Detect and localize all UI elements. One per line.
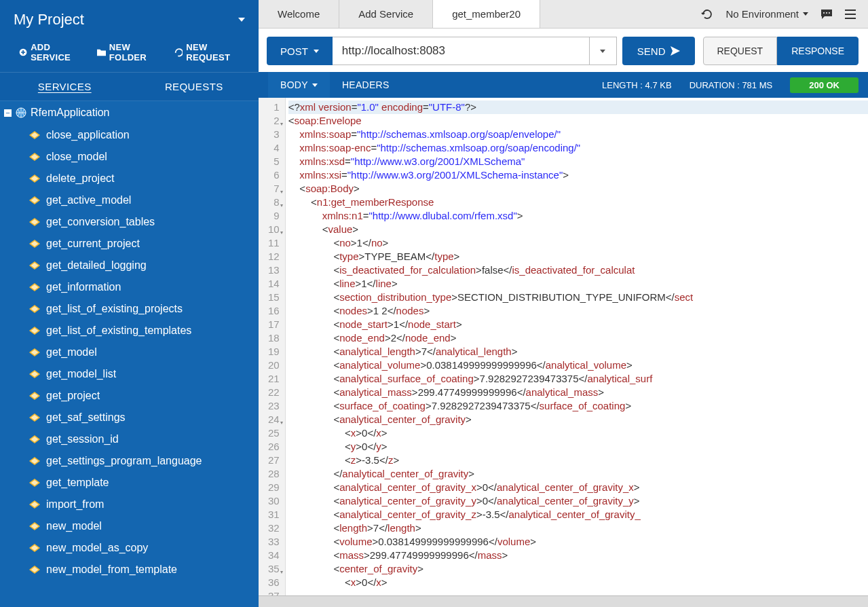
body-tab-label: BODY (280, 79, 308, 90)
operation-icon (29, 218, 40, 226)
new-request-label: NEW REQUEST (186, 42, 245, 62)
tree-item[interactable]: get_current_project (0, 233, 259, 255)
url-history-dropdown[interactable] (590, 37, 617, 65)
operation-icon (29, 240, 40, 248)
method-label: POST (280, 45, 308, 57)
operation-icon (29, 370, 40, 378)
operation-icon (29, 305, 40, 313)
sidebar-nav-tabs: SERVICES REQUESTS (0, 72, 259, 100)
menu-button[interactable] (845, 10, 856, 19)
operation-icon (29, 479, 40, 487)
tree-root-label: RfemApplication (31, 107, 110, 119)
tree-item[interactable]: close_application (0, 124, 259, 146)
operation-icon (29, 261, 40, 270)
request-icon (174, 48, 183, 57)
tree-item[interactable]: get_detailed_logging (0, 255, 259, 276)
tree-item-label: get_information (46, 281, 121, 293)
tree-item[interactable]: get_list_of_existing_templates (0, 320, 259, 342)
tree-item[interactable]: get_project (0, 385, 259, 407)
main-panel: WelcomeAdd Serviceget_member20 No Enviro… (259, 0, 868, 607)
sidebar-header: My Project (0, 0, 259, 35)
url-input[interactable] (333, 37, 590, 65)
send-label: SEND (637, 45, 666, 57)
main-tab[interactable]: Welcome (259, 0, 339, 28)
hamburger-icon (845, 10, 856, 19)
code-content[interactable]: <?xml version="1.0" encoding="UTF-8"?><s… (286, 98, 868, 595)
tree-item-label: get_current_project (46, 238, 140, 250)
status-badge: 200 OK (790, 77, 858, 93)
new-folder-button[interactable]: NEW FOLDER (97, 42, 162, 62)
operation-icon (29, 522, 40, 530)
code-editor[interactable]: 1234567891011121314151617181920212223242… (259, 98, 868, 595)
tree-item[interactable]: import_from (0, 494, 259, 515)
request-bar: POST SEND REQUEST RESPONSE (259, 29, 868, 72)
operation-icon (29, 392, 40, 400)
method-dropdown[interactable]: POST (267, 37, 333, 65)
tree-item-label: get_active_model (46, 194, 131, 206)
response-tab[interactable]: RESPONSE (777, 37, 858, 65)
tree-item[interactable]: new_model (0, 515, 259, 537)
globe-icon (16, 107, 26, 118)
operation-icon (29, 566, 40, 574)
tree-root[interactable]: − RfemApplication (0, 101, 259, 124)
environment-dropdown[interactable]: No Environment (725, 8, 808, 20)
project-dropdown[interactable]: My Project (14, 11, 245, 29)
chevron-down-icon (314, 50, 319, 53)
tree-item[interactable]: new_model_from_template (0, 559, 259, 581)
tree-item-label: get_detailed_logging (46, 259, 147, 272)
sidebar: My Project ADD SERVICE NEW FOLDER NEW RE… (0, 0, 259, 607)
tree-item[interactable]: get_saf_settings (0, 407, 259, 428)
sidebar-toolbar: ADD SERVICE NEW FOLDER NEW REQUEST (0, 35, 259, 72)
tree-item[interactable]: get_session_id (0, 428, 259, 450)
operation-icon (29, 348, 40, 356)
tree-item[interactable]: get_template (0, 472, 259, 494)
headers-tab[interactable]: HEADERS (330, 72, 402, 98)
line-gutter: 1234567891011121314151617181920212223242… (259, 98, 286, 595)
operation-icon (29, 435, 40, 443)
tab-services[interactable]: SERVICES (0, 73, 130, 100)
tree-item-label: get_saf_settings (46, 411, 126, 424)
duration-label: DURATION : 781 MS (690, 80, 773, 90)
operation-icon (29, 544, 40, 552)
main-tab[interactable]: Add Service (339, 0, 433, 28)
operation-icon (29, 457, 40, 465)
chat-button[interactable] (820, 9, 833, 20)
chat-icon (820, 9, 833, 20)
chevron-down-icon (600, 50, 605, 53)
plus-circle-icon (19, 48, 27, 57)
tree-item[interactable]: get_information (0, 276, 259, 298)
collapse-icon[interactable]: − (4, 109, 12, 117)
horizontal-scrollbar[interactable] (259, 595, 868, 607)
tree-item[interactable]: new_model_as_copy (0, 537, 259, 559)
chevron-down-icon (803, 12, 808, 16)
tree-item-label: new_model_as_copy (46, 542, 148, 554)
tree-item-label: new_model_from_template (46, 564, 177, 576)
new-request-button[interactable]: NEW REQUEST (174, 42, 245, 62)
operation-icon (29, 174, 40, 183)
operation-icon (29, 413, 40, 422)
operation-icon (29, 131, 40, 139)
request-tab[interactable]: REQUEST (703, 37, 778, 65)
tree-item[interactable]: get_settings_program_language (0, 450, 259, 472)
operation-icon (29, 153, 40, 161)
tree-item[interactable]: delete_project (0, 168, 259, 189)
tree-item[interactable]: get_conversion_tables (0, 211, 259, 233)
tree-item[interactable]: get_list_of_existing_projects (0, 298, 259, 320)
folder-icon (97, 48, 106, 56)
tab-requests[interactable]: REQUESTS (130, 73, 259, 100)
tree-item[interactable]: get_model_list (0, 363, 259, 385)
toolbar-right: No Environment (701, 8, 868, 20)
main-tabs: WelcomeAdd Serviceget_member20 No Enviro… (259, 0, 868, 29)
svg-point-2 (823, 12, 825, 14)
service-tree: − RfemApplication close_applicationclose… (0, 100, 259, 607)
refresh-button[interactable] (701, 8, 713, 20)
main-tab[interactable]: get_member20 (433, 0, 540, 28)
body-tab[interactable]: BODY (268, 72, 330, 98)
tree-item[interactable]: close_model (0, 146, 259, 168)
tree-item-label: import_from (46, 498, 104, 511)
tree-item-label: close_application (46, 129, 130, 141)
send-button[interactable]: SEND (622, 37, 695, 65)
tree-item[interactable]: get_active_model (0, 189, 259, 211)
add-service-button[interactable]: ADD SERVICE (19, 42, 85, 62)
tree-item[interactable]: get_model (0, 342, 259, 363)
